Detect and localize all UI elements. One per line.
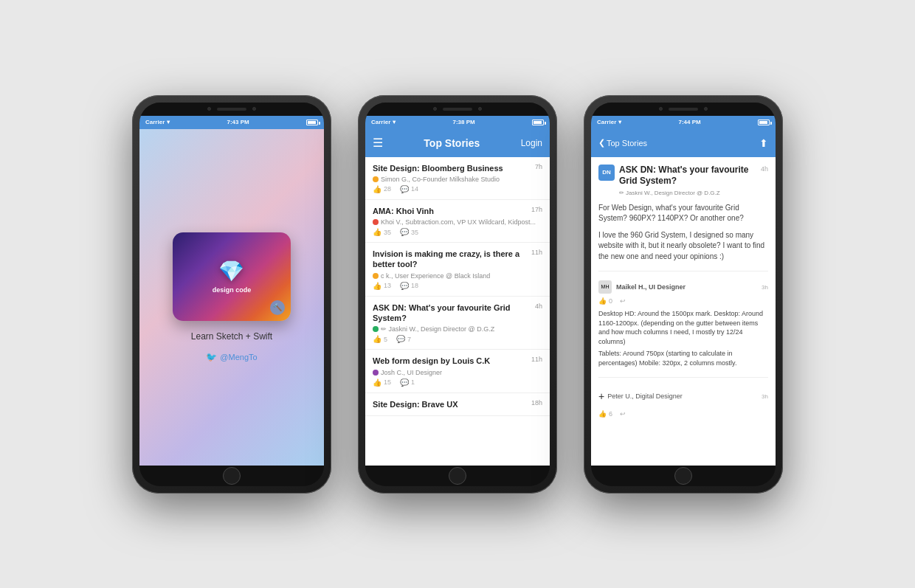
story-title: ASK DN: What's your favourite Grid Syste… [373,302,531,324]
story-author: Josh C., UI Designer [373,369,542,376]
like-btn[interactable]: 👍 28 [373,185,391,193]
menu-icon[interactable]: ☰ [373,136,383,150]
reply-icon: ↩ [620,409,626,419]
detail-screen: DN ASK DN: What's your favourite Grid Sy… [591,157,776,466]
reply-icon: ↩ [620,297,626,306]
add-icon: + [598,390,604,404]
like-icon: 👍 [373,228,381,236]
camera-dot [659,107,663,111]
commenter-name: Maikel H., UI Designer [616,283,686,292]
learn-label: Learn Sketch + Swift [191,331,272,342]
sketch-diamond-icon: 💎 [218,259,244,283]
comment-count: 35 [411,229,418,236]
camera-dot2 [704,107,708,111]
story-item-4[interactable]: ASK DN: What's your favourite Grid Syste… [365,297,550,350]
author-name: Simon G., Co-Founder Milkshake Studio [381,176,500,183]
author-name: ✏ Jaskni W., Design Director @ D.G.Z [381,325,494,333]
author-name: Khoi V., Subtraction.com, VP UX Wildcard… [381,218,536,226]
post-author: ✏ Jaskni W., Design Director @ D.G.Z [619,189,756,197]
stories-list: Site Design: Bloomberg Business 7h Simon… [365,157,550,466]
wifi-icon: ▾ [167,119,170,125]
phone3-bottom [591,466,776,486]
comment-actions: 👍 0 ↩ [598,297,768,306]
author-name: Josh C., UI Designer [381,369,442,376]
divider2 [598,377,768,378]
comment-share-btn[interactable]: ↩ [620,297,626,306]
like-count: 6 [609,409,612,419]
home-button[interactable] [223,467,241,485]
phone3-status-bar: Carrier ▾ 7:44 PM [591,116,776,129]
phone1-status-bar: Carrier ▾ 7:43 PM [139,116,324,129]
story-item-2[interactable]: AMA: Khoi Vinh 17h Khoi V., Subtraction.… [365,200,550,243]
story-item-6[interactable]: Site Design: Brave UX 18h [365,393,550,416]
comment-btn[interactable]: 💬 7 [396,335,411,343]
story-time: 4h [535,302,542,310]
share-button[interactable]: ⬆ [759,137,768,149]
battery-icon [532,120,544,125]
like-count: 15 [384,378,391,386]
comment-count: 14 [411,185,418,193]
time-label: 7:38 PM [453,119,475,125]
twitter-handle[interactable]: 🐦 @MengTo [206,352,257,362]
twitter-username: @MengTo [220,353,257,362]
author-avatar [373,370,379,376]
comment-icon: 💬 [400,282,409,290]
back-button[interactable]: ❮ Top Stories [598,138,647,148]
comment-btn[interactable]: 💬 1 [400,378,415,387]
author-avatar [373,273,379,279]
comment2-share-btn[interactable]: ↩ [620,409,626,419]
story-item-1[interactable]: Site Design: Bloomberg Business 7h Simon… [365,157,550,200]
like-btn[interactable]: 👍 15 [373,378,391,387]
comment-text-1b: Tablets: Around 750px (starting to calcu… [598,349,768,367]
carrier-label: Carrier [597,119,616,125]
story-actions: 👍 5 💬 7 [373,335,542,343]
comment-btn[interactable]: 💬 18 [400,282,418,290]
story-time: 7h [535,163,542,170]
wifi-icon: ▾ [618,119,621,125]
phone3-top-bar [591,103,776,116]
author-avatar [373,219,379,225]
camera-dot [207,107,211,111]
story-item-5[interactable]: Web form design by Louis C.K 11h Josh C.… [365,350,550,392]
post-title: ASK DN: What's your favourite Grid Syste… [619,165,756,187]
comment-btn[interactable]: 💬 35 [400,228,418,236]
like-btn[interactable]: 👍 5 [373,335,387,343]
like-count: 35 [384,229,391,236]
comment2-like-btn[interactable]: 👍 6 [598,409,612,419]
battery-icon [306,120,318,125]
like-btn[interactable]: 👍 13 [373,282,391,290]
app-name-label: design code [213,286,252,294]
commenter-avatar: MH [598,280,612,294]
speaker-slot [217,108,246,111]
story-title: Site Design: Bloomberg Business [373,163,531,173]
like-btn[interactable]: 👍 35 [373,228,391,236]
like-icon: 👍 [373,282,381,290]
app-card[interactable]: 💎 design code 🔨 [173,232,291,321]
story-item-3[interactable]: Invision is making me crazy, is there a … [365,243,550,297]
phone1-screen: 💎 design code 🔨 Learn Sketch + Swift 🐦 @… [139,129,324,466]
comment-count: 18 [411,282,418,289]
story-actions: 👍 15 💬 1 [373,378,542,387]
like-count: 5 [384,336,387,343]
splash-screen: 💎 design code 🔨 Learn Sketch + Swift 🐦 @… [139,129,324,466]
phone2-status-bar: Carrier ▾ 7:38 PM [365,116,550,129]
comment-btn[interactable]: 💬 14 [400,185,418,193]
scene: Carrier ▾ 7:43 PM 💎 design code [0,0,915,588]
comment-like-btn[interactable]: 👍 0 [598,297,612,306]
story-actions: 👍 13 💬 18 [373,282,542,290]
author-avatar [373,326,379,332]
comment-count: 7 [407,336,411,343]
comment2-time: 3h [762,392,768,401]
home-button[interactable] [449,467,466,485]
carrier-label: Carrier [371,119,390,125]
login-button[interactable]: Login [521,138,542,148]
battery-icon [758,120,770,125]
comment-text-1: Desktop HD: Around the 1500px mark. Desk… [598,309,768,346]
back-chevron-icon: ❮ [598,138,605,148]
comment2-actions: 👍 6 ↩ [598,409,768,419]
phone-1: Carrier ▾ 7:43 PM 💎 design code [132,95,331,494]
story-time: 11h [531,249,542,256]
home-button[interactable] [674,467,692,485]
speaker-slot [443,108,472,111]
story-title: Invision is making me crazy, is there a … [373,249,527,270]
